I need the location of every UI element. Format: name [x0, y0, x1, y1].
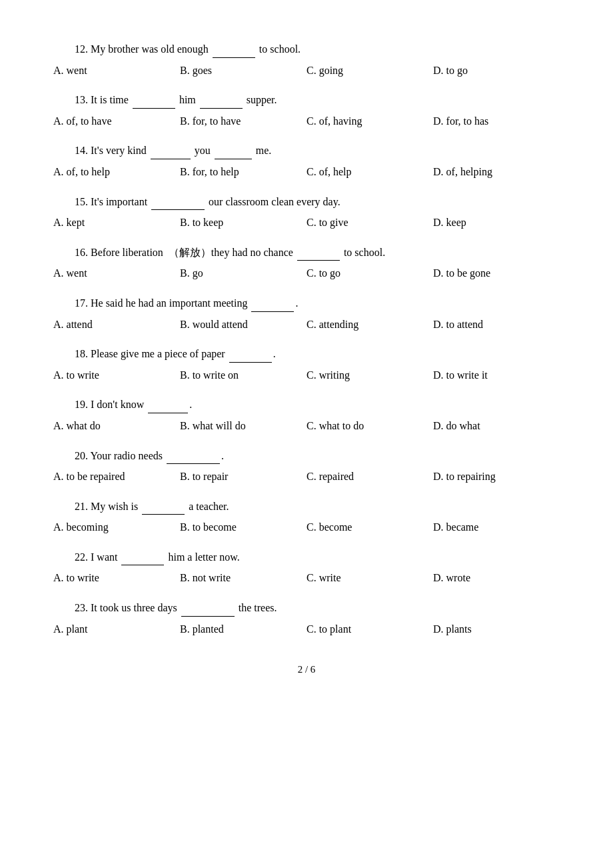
q23-blank1	[181, 599, 235, 617]
q20-options: A. to be repaired B. to repair C. repair…	[53, 468, 560, 485]
q16-text: 16. Before liberation （解放）they had no ch…	[53, 243, 560, 261]
q20-option-c: C. repaired	[306, 468, 433, 485]
q18-option-d: D. to write it	[433, 367, 560, 384]
q22-blank1	[121, 548, 164, 566]
worksheet-container: 12. My brother was old enough to school.…	[53, 40, 560, 675]
q15-option-b: B. to keep	[180, 214, 306, 231]
q17-blank1	[251, 294, 294, 312]
q14-blank1	[151, 141, 191, 159]
q12-option-b: B. goes	[180, 62, 306, 79]
q22-options: A. to write B. not write C. write D. wro…	[53, 569, 560, 587]
q21-option-c: C. become	[306, 519, 433, 536]
q15-options: A. kept B. to keep C. to give D. keep	[53, 214, 560, 231]
q23-option-a: A. plant	[53, 621, 180, 638]
q15-blank1	[151, 193, 205, 211]
q18-option-b: B. to write on	[180, 367, 306, 384]
q21-options: A. becoming B. to become C. become D. be…	[53, 519, 560, 536]
q12-option-a: A. went	[53, 62, 180, 79]
q19-blank1	[148, 395, 188, 413]
q16-options: A. went B. go C. to go D. to be gone	[53, 265, 560, 282]
q12-option-d: D. to go	[433, 62, 560, 79]
page-number: 2 / 6	[53, 664, 560, 675]
q19-option-a: A. what do	[53, 417, 180, 435]
q23-text: 23. It took us three days the trees.	[53, 599, 560, 617]
q20-blank1	[167, 447, 220, 465]
q14-blank2	[215, 141, 252, 159]
q13-option-b: B. for, to have	[180, 113, 306, 130]
q19-options: A. what do B. what will do C. what to do…	[53, 417, 560, 435]
q15-text: 15. It's important our classroom clean e…	[53, 193, 560, 211]
q17-option-a: A. attend	[53, 316, 180, 333]
question-22: 22. I want him a letter now. A. to write…	[53, 548, 560, 587]
q22-text: 22. I want him a letter now.	[53, 548, 560, 566]
q14-option-b: B. for, to help	[180, 163, 306, 181]
q20-text: 20. Your radio needs .	[53, 447, 560, 465]
question-12: 12. My brother was old enough to school.…	[53, 40, 560, 79]
q18-blank1	[229, 345, 272, 363]
question-18: 18. Please give me a piece of paper . A.…	[53, 345, 560, 383]
q22-option-d: D. wrote	[433, 569, 560, 587]
question-16: 16. Before liberation （解放）they had no ch…	[53, 243, 560, 282]
q13-text: 13. It is time him supper.	[53, 91, 560, 109]
q13-option-d: D. for, to has	[433, 113, 560, 130]
q13-option-c: C. of, having	[306, 113, 433, 130]
q21-text: 21. My wish is a teacher.	[53, 497, 560, 515]
q13-option-a: A. of, to have	[53, 113, 180, 130]
q18-option-a: A. to write	[53, 367, 180, 384]
q18-option-c: C. writing	[306, 367, 433, 384]
q22-option-b: B. not write	[180, 569, 306, 587]
question-17: 17. He said he had an important meeting …	[53, 294, 560, 333]
q21-option-b: B. to become	[180, 519, 306, 536]
q20-option-d: D. to repairing	[433, 468, 560, 485]
q14-option-d: D. of, helping	[433, 163, 560, 181]
q18-text: 18. Please give me a piece of paper .	[53, 345, 560, 363]
question-21: 21. My wish is a teacher. A. becoming B.…	[53, 497, 560, 536]
q20-option-b: B. to repair	[180, 468, 306, 485]
question-23: 23. It took us three days the trees. A. …	[53, 599, 560, 637]
q14-option-a: A. of, to help	[53, 163, 180, 181]
q21-option-a: A. becoming	[53, 519, 180, 536]
q23-options: A. plant B. planted C. to plant D. plant…	[53, 621, 560, 638]
q16-option-c: C. to go	[306, 265, 433, 282]
q17-option-c: C. attending	[306, 316, 433, 333]
q22-option-a: A. to write	[53, 569, 180, 587]
q20-option-a: A. to be repaired	[53, 468, 180, 485]
q23-option-c: C. to plant	[306, 621, 433, 638]
q17-option-d: D. to attend	[433, 316, 560, 333]
q23-option-d: D. plants	[433, 621, 560, 638]
q16-blank1	[297, 243, 340, 261]
q12-options: A. went B. goes C. going D. to go	[53, 62, 560, 79]
q17-options: A. attend B. would attend C. attending D…	[53, 316, 560, 333]
q21-option-d: D. became	[433, 519, 560, 536]
q19-option-d: D. do what	[433, 417, 560, 435]
q15-option-a: A. kept	[53, 214, 180, 231]
q12-blank1	[213, 40, 255, 58]
question-14: 14. It's very kind you me. A. of, to hel…	[53, 141, 560, 180]
q14-options: A. of, to help B. for, to help C. of, he…	[53, 163, 560, 181]
q14-option-c: C. of, help	[306, 163, 433, 181]
q21-blank1	[142, 497, 185, 515]
q17-text: 17. He said he had an important meeting …	[53, 294, 560, 312]
question-15: 15. It's important our classroom clean e…	[53, 193, 560, 231]
q14-text: 14. It's very kind you me.	[53, 141, 560, 159]
q22-option-c: C. write	[306, 569, 433, 587]
question-19: 19. I don't know . A. what do B. what wi…	[53, 395, 560, 434]
question-13: 13. It is time him supper. A. of, to hav…	[53, 91, 560, 129]
q15-option-c: C. to give	[306, 214, 433, 231]
q12-option-c: C. going	[306, 62, 433, 79]
q19-option-b: B. what will do	[180, 417, 306, 435]
q12-text: 12. My brother was old enough to school.	[53, 40, 560, 58]
q23-option-b: B. planted	[180, 621, 306, 638]
q16-option-a: A. went	[53, 265, 180, 282]
q17-option-b: B. would attend	[180, 316, 306, 333]
q18-options: A. to write B. to write on C. writing D.…	[53, 367, 560, 384]
q16-option-d: D. to be gone	[433, 265, 560, 282]
q16-option-b: B. go	[180, 265, 306, 282]
q19-text: 19. I don't know .	[53, 395, 560, 413]
question-20: 20. Your radio needs . A. to be repaired…	[53, 447, 560, 485]
q13-blank1	[133, 91, 175, 109]
q19-option-c: C. what to do	[306, 417, 433, 435]
q13-options: A. of, to have B. for, to have C. of, ha…	[53, 113, 560, 130]
q15-option-d: D. keep	[433, 214, 560, 231]
q13-blank2	[200, 91, 243, 109]
